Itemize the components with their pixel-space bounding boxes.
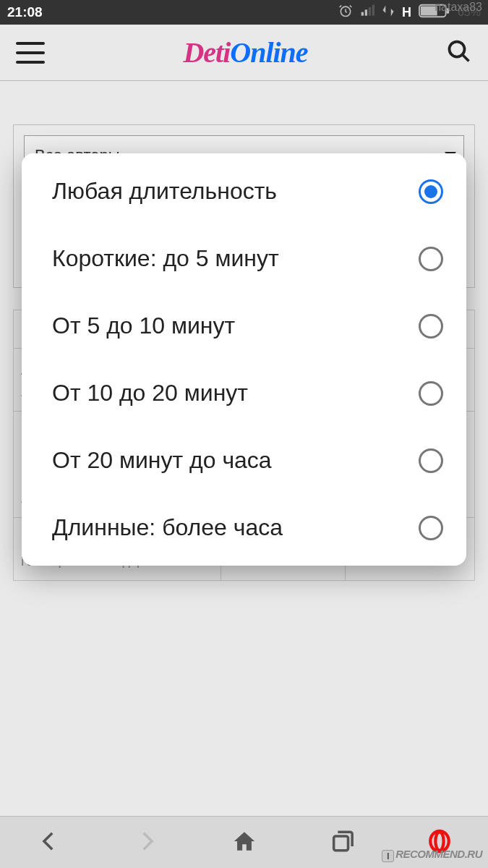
site-logo[interactable]: DetiOnline — [183, 35, 307, 69]
option-label: От 10 до 20 минут — [52, 380, 248, 407]
option-label: Длинные: более часа — [52, 514, 283, 541]
logo-part-online: Online — [230, 36, 307, 69]
option-label: Короткие: до 5 минут — [52, 245, 279, 272]
svg-point-8 — [449, 41, 464, 56]
duration-option[interactable]: Любая длительность — [22, 158, 466, 225]
forward-button[interactable] — [134, 829, 159, 856]
radio-icon — [419, 516, 443, 540]
radio-icon — [419, 448, 443, 473]
duration-option[interactable]: Длинные: более часа — [22, 494, 466, 561]
search-button[interactable] — [446, 38, 472, 67]
back-button[interactable] — [37, 829, 61, 856]
option-label: Любая длительность — [52, 178, 277, 205]
alarm-icon — [338, 4, 353, 22]
svg-rect-2 — [365, 9, 367, 15]
watermark-text: RECOMMEND.RU — [395, 848, 482, 860]
duration-option[interactable]: От 20 минут до часа — [22, 427, 466, 494]
app-header: DetiOnline — [0, 25, 488, 81]
duration-option[interactable]: От 5 до 10 минут — [22, 292, 466, 359]
duration-option[interactable]: Короткие: до 5 минут — [22, 225, 466, 292]
home-button[interactable] — [232, 829, 257, 856]
menu-button[interactable] — [16, 42, 45, 64]
svg-rect-1 — [361, 12, 364, 15]
network-type: H — [402, 5, 411, 20]
android-statusbar: 21:08 H 65% — [0, 0, 488, 25]
svg-rect-4 — [372, 4, 374, 15]
radio-icon — [419, 179, 443, 204]
radio-icon — [419, 381, 443, 406]
svg-rect-3 — [369, 7, 371, 16]
status-time: 21:08 — [7, 4, 43, 20]
watermark-prefix: I — [382, 850, 394, 862]
duration-dialog: Любая длительность Короткие: до 5 минут … — [22, 153, 466, 566]
logo-part-deti: Deti — [183, 36, 230, 69]
option-label: От 20 минут до часа — [52, 447, 272, 474]
overlay-username: nataxa83 — [435, 1, 482, 14]
signal-icon — [360, 4, 374, 22]
duration-option[interactable]: От 10 до 20 минут — [22, 359, 466, 427]
svg-rect-9 — [333, 835, 348, 850]
watermark: IRECOMMEND.RU — [382, 848, 482, 862]
tabs-button[interactable] — [330, 829, 354, 856]
radio-icon — [419, 247, 443, 271]
data-icon — [382, 4, 395, 21]
radio-icon — [419, 314, 443, 339]
option-label: От 5 до 10 минут — [52, 312, 235, 339]
